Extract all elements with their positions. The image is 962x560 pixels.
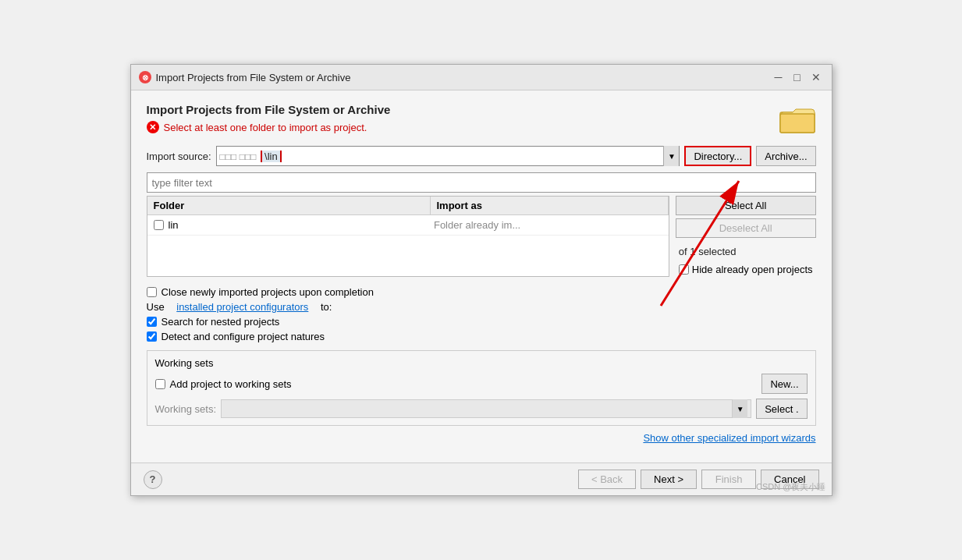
hide-open-label: Hide already open projects xyxy=(692,264,813,275)
import-source-combo[interactable]: □□□ □□□ \lin ▼ xyxy=(216,146,680,166)
working-sets-legend: Working sets xyxy=(155,357,808,369)
archive-button[interactable]: Archive... xyxy=(756,146,815,166)
close-on-completion-checkbox[interactable] xyxy=(147,287,157,297)
select-working-sets-button[interactable]: Select . xyxy=(756,399,807,419)
close-button[interactable]: ✕ xyxy=(808,69,824,85)
use-installed-suffix: to: xyxy=(321,301,332,313)
working-sets-combo[interactable]: ▼ xyxy=(221,399,751,418)
row-import-as-cell: Folder already im... xyxy=(431,218,666,232)
working-sets-input-row: Working sets: ▼ Select . xyxy=(155,399,808,419)
use-installed-text: Use xyxy=(147,301,165,313)
import-source-row: Import source: □□□ □□□ \lin ▼ Directory.… xyxy=(147,146,816,166)
specialized-link[interactable]: Show other specialized import wizards xyxy=(643,432,815,444)
detect-natures-label: Detect and configure project natures xyxy=(162,331,325,342)
detect-natures-row: Detect and configure project natures xyxy=(147,331,816,342)
detect-natures-checkbox[interactable] xyxy=(147,331,157,342)
filter-input[interactable] xyxy=(147,172,816,193)
content-area: Folder Import as lin Folder already im..… xyxy=(147,196,816,277)
window-controls: ─ □ ✕ xyxy=(771,69,824,85)
row-folder-cell: lin xyxy=(151,218,431,232)
app-icon: ⊗ xyxy=(139,71,151,83)
add-working-sets-checkbox[interactable] xyxy=(155,379,165,389)
warning-text: Select at least one folder to import as … xyxy=(164,122,367,133)
search-nested-label: Search for nested projects xyxy=(162,316,280,328)
table-header: Folder Import as xyxy=(147,197,669,215)
hide-open-checkbox[interactable] xyxy=(679,264,689,275)
title-bar: ⊗ Import Projects from File System or Ar… xyxy=(131,65,832,90)
use-installed-row: Use installed project configurators to: xyxy=(147,301,816,313)
import-source-label: Import source: xyxy=(147,151,211,162)
working-sets-group: Working sets Add project to working sets… xyxy=(147,350,816,426)
add-working-sets-label: Add project to working sets xyxy=(170,378,292,390)
dialog-footer: ? < Back Next > Finish Cancel xyxy=(131,463,832,495)
directory-button[interactable]: Directory... xyxy=(684,146,751,166)
select-all-button[interactable]: Select All xyxy=(676,196,816,215)
options-area: Close newly imported projects upon compl… xyxy=(147,286,816,342)
working-sets-combo-arrow[interactable]: ▼ xyxy=(732,399,747,418)
specialized-link-area: Show other specialized import wizards xyxy=(147,432,816,444)
search-nested-checkbox[interactable] xyxy=(147,317,157,327)
dialog-title: Import Projects from File System or Arch… xyxy=(147,103,391,116)
search-nested-row: Search for nested projects xyxy=(147,316,816,328)
watermark: CSDN @夜夫小睡 xyxy=(756,481,825,493)
help-button[interactable]: ? xyxy=(144,470,162,489)
svg-rect-3 xyxy=(780,114,815,133)
window-title: Import Projects from File System or Arch… xyxy=(156,72,351,83)
close-on-completion-row: Close newly imported projects upon compl… xyxy=(147,286,816,298)
of-selected-text: of 1 selected xyxy=(676,244,816,259)
hide-open-row: Hide already open projects xyxy=(676,262,816,277)
path-prefix: □□□ □□□ xyxy=(220,151,257,162)
side-buttons: Select All Deselect All of 1 selected Hi… xyxy=(676,196,816,277)
table-row[interactable]: lin Folder already im... xyxy=(147,215,669,236)
add-working-sets-row: Add project to working sets xyxy=(155,378,292,390)
working-sets-label: Working sets: xyxy=(155,403,217,415)
col-import-as: Import as xyxy=(431,197,669,214)
row-checkbox[interactable] xyxy=(154,220,164,230)
maximize-button[interactable]: □ xyxy=(790,69,805,85)
filter-row xyxy=(147,172,816,193)
back-button[interactable]: < Back xyxy=(578,470,636,489)
import-source-path: □□□ □□□ \lin xyxy=(217,151,664,162)
installed-configurators-link[interactable]: installed project configurators xyxy=(176,301,308,313)
error-icon: ✕ xyxy=(147,121,159,133)
next-button[interactable]: Next > xyxy=(641,470,697,489)
col-folder: Folder xyxy=(147,197,431,214)
minimize-button[interactable]: ─ xyxy=(771,69,786,85)
folder-table: Folder Import as lin Folder already im..… xyxy=(147,196,669,277)
new-working-set-button[interactable]: New... xyxy=(761,374,807,394)
folder-icon xyxy=(779,103,816,134)
working-sets-add-row: Add project to working sets New... xyxy=(155,374,808,394)
finish-button[interactable]: Finish xyxy=(701,470,756,489)
row-folder-name: lin xyxy=(169,219,179,231)
deselect-all-button[interactable]: Deselect All xyxy=(676,218,816,238)
combo-dropdown-arrow[interactable]: ▼ xyxy=(663,146,679,166)
close-on-completion-label: Close newly imported projects upon compl… xyxy=(162,286,374,298)
path-highlight: \lin xyxy=(261,151,282,162)
